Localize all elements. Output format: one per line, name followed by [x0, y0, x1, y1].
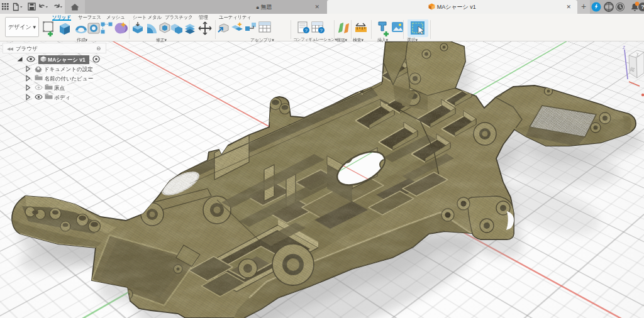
svg-text:Z: Z	[623, 45, 626, 50]
svg-text:?: ?	[305, 28, 308, 33]
svg-text:上: 上	[635, 52, 640, 57]
svg-text:?: ?	[641, 4, 644, 10]
svg-text:?: ?	[320, 28, 323, 33]
